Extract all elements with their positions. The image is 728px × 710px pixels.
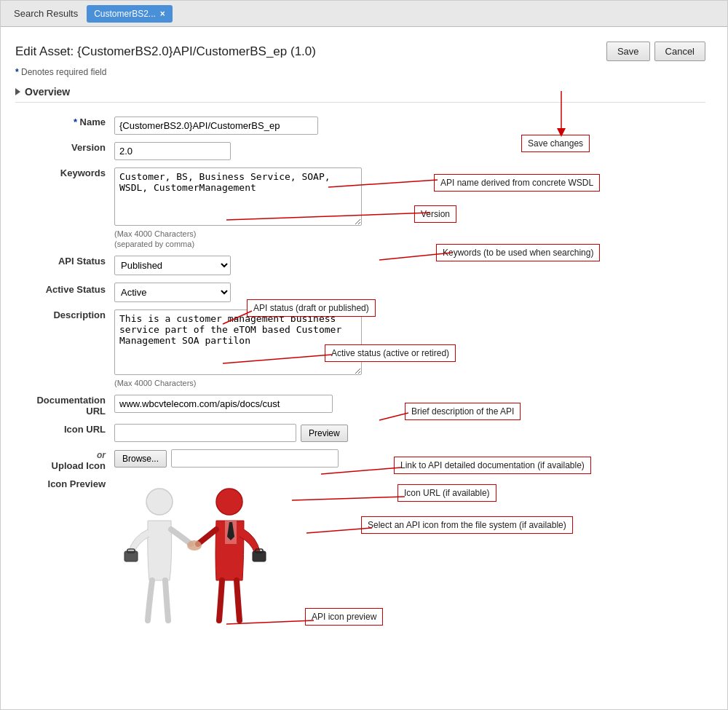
icon-preview-row: Icon Preview xyxy=(15,475,705,637)
description-cell: This is a customer management business s… xyxy=(110,306,705,391)
api-status-cell: Published Draft xyxy=(110,252,705,279)
tab-active-asset[interactable]: CustomerBS2... × xyxy=(87,5,173,23)
cancel-button[interactable]: Cancel xyxy=(654,42,705,61)
svg-point-3 xyxy=(216,489,242,515)
edit-form: * Name Version Keywords xyxy=(15,113,705,637)
doc-url-cell xyxy=(110,391,705,420)
version-cell xyxy=(110,138,705,164)
name-input[interactable] xyxy=(114,117,318,135)
preview-button[interactable]: Preview xyxy=(301,425,348,442)
upload-icon-row: or Upload Icon Browse... xyxy=(15,446,705,475)
save-button[interactable]: Save xyxy=(606,42,650,61)
version-label: Version xyxy=(15,138,110,164)
name-cell xyxy=(110,113,705,138)
description-hint: (Max 4000 Characters) xyxy=(114,379,701,387)
doc-url-label: Documentation URL xyxy=(15,391,110,420)
keywords-row: Keywords Customer, BS, Business Service,… xyxy=(15,164,705,252)
icon-url-row: Icon URL Preview xyxy=(15,420,705,446)
edit-title: Edit Asset: {CustomerBS2.0}API/CustomerB… xyxy=(15,44,316,59)
doc-url-row: Documentation URL xyxy=(15,391,705,420)
edit-header: Edit Asset: {CustomerBS2.0}API/CustomerB… xyxy=(15,42,705,61)
api-status-label: API Status xyxy=(15,252,110,279)
api-status-select[interactable]: Published Draft xyxy=(114,256,231,275)
action-buttons: Save Cancel xyxy=(606,42,705,61)
browse-button[interactable]: Browse... xyxy=(114,450,167,468)
tab-search-results[interactable]: Search Results xyxy=(5,4,87,23)
section-overview: Overview xyxy=(15,86,705,103)
version-input[interactable] xyxy=(114,142,231,160)
overview-label: Overview xyxy=(25,86,70,98)
api-status-row: API Status Published Draft xyxy=(15,252,705,279)
icon-url-label: Icon URL xyxy=(15,420,110,446)
doc-url-input[interactable] xyxy=(114,395,333,413)
name-row: * Name xyxy=(15,113,705,138)
icon-preview-image xyxy=(114,478,274,631)
collapse-icon[interactable] xyxy=(15,88,20,95)
version-row: Version xyxy=(15,138,705,164)
or-upload-label: or Upload Icon xyxy=(15,446,110,475)
keywords-label: Keywords xyxy=(15,164,110,252)
icon-url-input[interactable] xyxy=(114,424,296,442)
icon-url-cell: Preview xyxy=(110,420,705,446)
icon-preview-label: Icon Preview xyxy=(15,475,110,637)
keywords-hint1: (Max 4000 Characters) xyxy=(114,229,701,238)
keywords-cell: Customer, BS, Business Service, SOAP, WS… xyxy=(110,164,705,252)
edit-prefix: Edit Asset: xyxy=(15,44,74,58)
upload-icon-cell: Browse... xyxy=(110,446,705,475)
description-label: Description xyxy=(15,306,110,391)
name-label: * Name xyxy=(15,113,110,138)
svg-point-0 xyxy=(146,489,173,515)
active-status-label: Active Status xyxy=(15,279,110,306)
tab-bar: Search Results CustomerBS2... × xyxy=(1,1,727,27)
active-status-cell: Active Retired xyxy=(110,279,705,306)
icon-preview-cell xyxy=(110,475,705,637)
keywords-hint2: (separated by comma) xyxy=(114,240,701,248)
required-note: * Denotes required field xyxy=(15,67,705,77)
active-status-row: Active Status Active Retired xyxy=(15,279,705,306)
description-input[interactable]: This is a customer management business s… xyxy=(114,309,362,375)
asset-full-name: {CustomerBS2.0}API/CustomerBS_ep (1.0) xyxy=(77,44,316,58)
keywords-input[interactable]: Customer, BS, Business Service, SOAP, WS… xyxy=(114,167,362,226)
description-row: Description This is a customer managemen… xyxy=(15,306,705,391)
active-status-select[interactable]: Active Retired xyxy=(114,283,231,302)
svg-point-6 xyxy=(187,540,202,551)
tab-close-button[interactable]: × xyxy=(160,9,165,19)
active-tab-label: CustomerBS2... xyxy=(94,9,156,19)
file-input-display xyxy=(171,449,339,468)
